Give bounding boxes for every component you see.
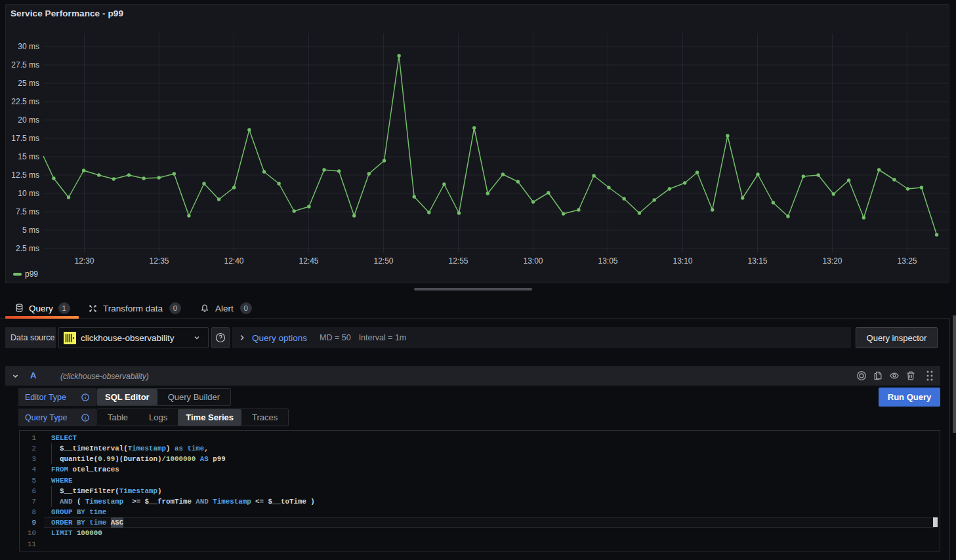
svg-text:13:10: 13:10 [673,256,692,266]
svg-text:12:45: 12:45 [299,256,318,266]
svg-text:13:05: 13:05 [598,256,617,266]
svg-text:27.5 ms: 27.5 ms [11,60,39,70]
svg-text:25 ms: 25 ms [18,79,39,88]
svg-text:7.5 ms: 7.5 ms [16,207,39,216]
svg-text:5 ms: 5 ms [22,226,39,235]
svg-text:15 ms: 15 ms [18,152,39,161]
svg-text:10 ms: 10 ms [18,189,39,198]
svg-text:2.5 ms: 2.5 ms [16,244,39,253]
svg-text:12:30: 12:30 [74,256,94,266]
svg-text:p99: p99 [25,270,38,279]
svg-text:12:50: 12:50 [373,256,393,266]
svg-text:13:25: 13:25 [897,256,917,266]
svg-text:12:55: 12:55 [448,256,468,266]
svg-text:13:00: 13:00 [523,256,543,266]
svg-text:22.5 ms: 22.5 ms [11,97,39,106]
svg-text:30 ms: 30 ms [18,42,39,51]
svg-text:20 ms: 20 ms [18,115,39,125]
svg-text:13:15: 13:15 [747,256,767,266]
svg-text:12.5 ms: 12.5 ms [11,170,39,180]
svg-text:12:35: 12:35 [149,256,169,266]
svg-text:17.5 ms: 17.5 ms [11,134,39,143]
svg-text:13:20: 13:20 [822,256,842,266]
svg-text:12:40: 12:40 [224,256,243,266]
